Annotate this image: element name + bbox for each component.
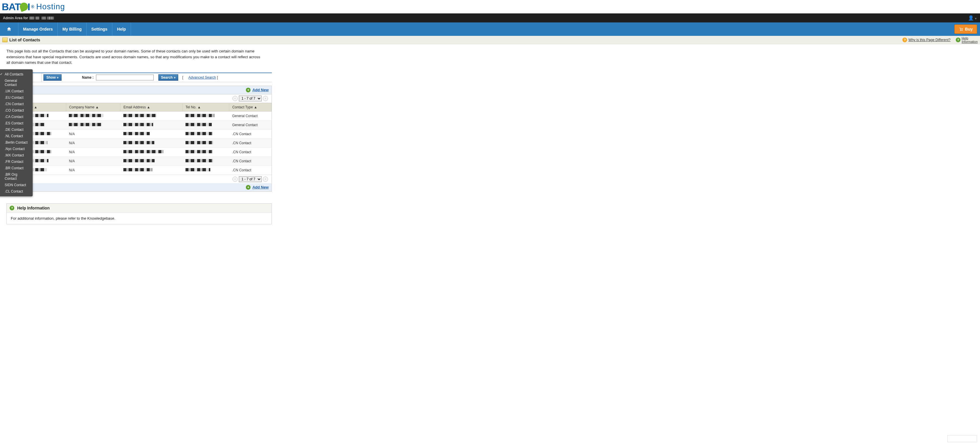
redacted-email [123,159,155,162]
show-button[interactable]: Show » [43,74,62,81]
dropdown-option[interactable]: .EU Contact [0,94,33,101]
table-row[interactable]: N/A.CN Contact [7,138,272,147]
nav-label: My Billing [62,27,82,32]
dropdown-option[interactable]: .Berlin Contact [0,139,33,146]
admin-area-bar: Admin Area for 👤▼ [0,13,980,22]
page-description: This page lists out all the Contacts tha… [6,48,263,65]
dropdown-option[interactable]: .MX Contact [0,152,33,159]
pager-top: ‹ 1 - 7 of 7 › [7,94,272,103]
nav-home[interactable] [0,22,18,36]
nav-settings[interactable]: Settings [87,22,112,36]
add-icon: + [246,185,251,190]
cell-contact-type: .CN Contact [229,165,272,174]
help-box-header: ? Help Information [7,204,272,212]
redacted-tel [186,141,213,144]
table-row[interactable]: N/A.CN Contact [7,157,272,165]
dropdown-option[interactable]: .UK Contact [0,88,33,94]
redacted-text [41,17,46,19]
dropdown-option[interactable]: .CN Contact [0,101,33,107]
page-title: List of Contacts [2,38,40,42]
add-new-link[interactable]: Add New [252,88,269,92]
leaf-icon [19,2,29,12]
cell-company: N/A [66,147,120,157]
dropdown-option[interactable]: .CO Contact [0,107,33,114]
pager-prev[interactable]: ‹ [232,96,238,101]
dropdown-option[interactable]: SIDN Contact [0,182,33,188]
nav-my-billing[interactable]: My Billing [58,22,87,36]
redacted-email [123,168,152,171]
question-icon: ? [902,38,907,42]
dropdown-option[interactable]: .BR Contact [0,165,33,171]
why-different-link[interactable]: Why is this Page Different? [908,38,951,42]
list-header: cts + Add New [7,86,272,94]
dropdown-option[interactable]: .CA Contact [0,114,33,120]
buy-button[interactable]: Buy [955,24,977,34]
cell-company: N/A [66,157,120,165]
redacted-email [123,141,154,144]
name-input[interactable] [96,75,154,81]
pager-prev[interactable]: ‹ [232,176,238,182]
redacted-text [29,17,34,19]
brand-logo: BATI® [2,1,34,13]
dropdown-option[interactable]: .NL Contact [0,133,33,139]
cell-contact-type: .CN Contact [229,129,272,138]
help-box-body: For additional information, please refer… [7,212,272,224]
pager-select[interactable]: 1 - 7 of 7 [239,176,262,182]
pager-bottom: ‹ 1 - 7 of 7 › [7,175,272,183]
user-icon[interactable]: 👤▼ [968,15,977,21]
pager-next[interactable]: › [263,96,268,101]
table-row[interactable]: N/A.CN Contact [7,129,272,138]
add-new-link-bottom[interactable]: Add New [252,185,269,189]
redacted-tel [186,132,213,135]
cell-contact-type: .CN Contact [229,157,272,165]
scroll-hint-box [947,435,977,442]
table-row[interactable]: N/A.CN Contact [7,147,272,157]
cell-contact-type: .CN Contact [229,138,272,147]
home-icon [6,27,12,32]
nav-label: Help [117,27,126,32]
content-area: This page lists out all the Contacts tha… [0,44,278,228]
col-email[interactable]: Email Address ▲ [121,103,183,111]
dropdown-option[interactable]: General Contact [0,78,33,88]
svg-point-0 [960,30,961,31]
help-icon: ? [10,206,14,210]
table-row[interactable]: General Contact [7,111,272,121]
dropdown-option[interactable]: .CL Contact [0,188,33,195]
redacted-tel [186,114,215,117]
col-tel[interactable]: Tel No. ▲ [183,103,229,111]
redacted-email [123,132,150,135]
dropdown-option[interactable]: .BR Org Contact [0,171,33,182]
table-row[interactable]: General Contact [7,121,272,129]
redacted-email [123,123,153,126]
help-link[interactable]: Help [962,36,978,40]
help-information-link[interactable]: Information [962,40,978,43]
nav-label: Manage Orders [23,27,53,32]
nav-manage-orders[interactable]: Manage Orders [18,22,58,36]
name-label: Name : [82,75,94,79]
redacted-company [69,114,103,117]
advanced-search-link[interactable]: Advanced Search [188,75,216,79]
help-icon: ? [956,38,961,42]
pager-select[interactable]: 1 - 7 of 7 [239,95,262,101]
dropdown-option[interactable]: .FR Contact [0,159,33,165]
search-button[interactable]: Search » [158,74,178,81]
svg-point-1 [962,30,962,31]
contacts-list-panel: cts + Add New ‹ 1 - 7 of 7 › Name ▲ Comp… [6,86,272,192]
contact-type-dropdown[interactable]: All ContactsGeneral Contact.UK Contact.E… [0,69,33,197]
dropdown-option[interactable]: All Contacts [0,71,33,78]
registered-mark: ® [31,4,34,9]
col-type[interactable]: Contact Type ▲ [229,103,272,111]
logo-row: BATI® Hosting [0,0,980,13]
table-row[interactable]: N/A.CN Contact [7,165,272,174]
pager-next[interactable]: › [263,176,268,182]
contacts-table: Name ▲ Company Name ▲ Email Address ▲ Te… [7,103,272,175]
dropdown-option[interactable]: .DE Contact [0,127,33,133]
cell-contact-type: General Contact [229,121,272,129]
redacted-email [123,114,157,117]
dropdown-option[interactable]: .Nyc Contact [0,146,33,152]
dropdown-option[interactable]: .ES Contact [0,120,33,127]
nav-help[interactable]: Help [112,22,130,36]
help-box-title: Help Information [17,206,49,210]
col-company[interactable]: Company Name ▲ [66,103,120,111]
cell-contact-type: .CN Contact [229,147,272,157]
